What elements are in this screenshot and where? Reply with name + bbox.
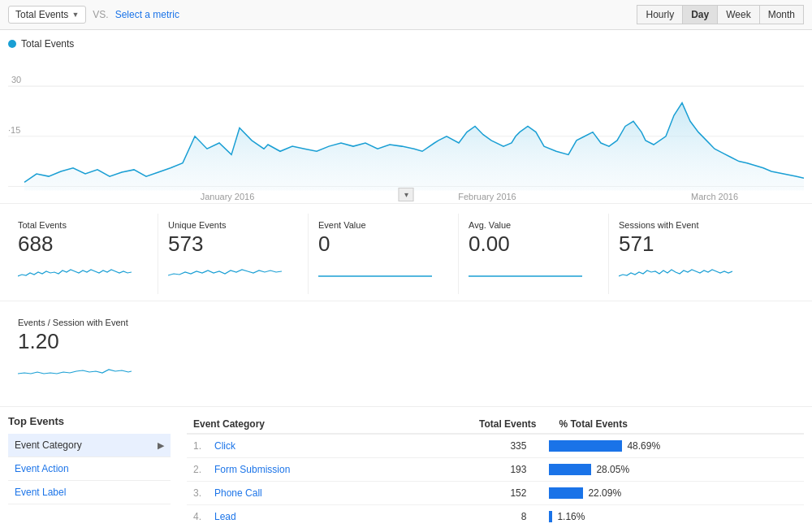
sidebar-item-event-action[interactable]: Event Action bbox=[8, 457, 171, 481]
metric-dropdown[interactable]: Total Events ▼ bbox=[8, 6, 86, 24]
toolbar: Total Events ▼ VS. Select a metric Hourl… bbox=[0, 0, 812, 30]
row-pct-text: 1.16% bbox=[557, 511, 585, 522]
metric-value-sessions-event: 571 bbox=[619, 232, 749, 257]
legend-label: Total Events bbox=[21, 38, 74, 50]
metric-value-avg-value: 0.00 bbox=[469, 232, 598, 257]
metric-value-events-per-session: 1.20 bbox=[18, 329, 149, 354]
chart-legend: Total Events bbox=[8, 38, 804, 50]
metric-value-event-value: 0 bbox=[318, 232, 448, 257]
legend-dot-icon bbox=[8, 40, 16, 48]
sidebar-item-label: Event Label bbox=[15, 487, 66, 498]
top-events-list: Event Category ▶ Event Action Event Labe… bbox=[8, 434, 171, 504]
metric-label-total-events: Total Events bbox=[18, 220, 148, 230]
metric-card-event-value: Event Value 0 bbox=[309, 214, 459, 294]
top-events-title: Top Events bbox=[8, 415, 171, 427]
metric-card-total-events: Total Events 688 bbox=[8, 214, 158, 294]
toolbar-left: Total Events ▼ VS. Select a metric bbox=[8, 6, 179, 24]
metric-label-sessions-event: Sessions with Event bbox=[619, 220, 749, 230]
select-metric-link[interactable]: Select a metric bbox=[115, 9, 179, 20]
metric-label-events-per-session: Events / Session with Event bbox=[18, 318, 149, 327]
metric-value-total-events: 688 bbox=[18, 232, 148, 257]
vs-text: VS. bbox=[93, 9, 108, 20]
row-rank: 3. bbox=[187, 482, 208, 505]
col-header-category: Event Category bbox=[187, 415, 395, 434]
table-row: 2.Form Submission19328.05% bbox=[187, 458, 804, 482]
metric-value-unique-events: 573 bbox=[168, 232, 298, 257]
sidebar-item-label: Event Action bbox=[15, 463, 69, 474]
sidebar-item-label: Event Category bbox=[15, 439, 82, 451]
col-header-pct: % Total Events bbox=[542, 415, 804, 434]
time-buttons: Hourly Day Week Month bbox=[637, 5, 804, 24]
svg-text:January 2016: January 2016 bbox=[201, 192, 255, 201]
table-row: 3.Phone Call15222.09% bbox=[187, 482, 804, 505]
metric-label: Total Events bbox=[15, 9, 68, 20]
row-total: 335 bbox=[395, 434, 542, 458]
events-data-table: Event Category Total Events % Total Even… bbox=[187, 415, 804, 528]
row-name-link[interactable]: Lead bbox=[214, 511, 236, 522]
chart-container: 30 ·15 January 2016 February 2016 March … bbox=[8, 53, 804, 203]
sparkline-total-events bbox=[18, 262, 148, 284]
row-pct-text: 22.09% bbox=[588, 487, 621, 499]
table-row: 1.Click33548.69% bbox=[187, 434, 804, 458]
btn-day[interactable]: Day bbox=[682, 5, 717, 24]
table-row: 4.Lead81.16% bbox=[187, 505, 804, 528]
sidebar-item-event-category[interactable]: Event Category ▶ bbox=[8, 434, 171, 457]
row-bar-pct: 1.16% bbox=[542, 505, 804, 528]
sparkline-sessions-event bbox=[619, 262, 749, 284]
row-total: 8 bbox=[395, 505, 542, 528]
row-bar-pct: 22.09% bbox=[542, 482, 804, 505]
btn-month[interactable]: Month bbox=[759, 5, 804, 24]
metric-card-sessions-event: Sessions with Event 571 bbox=[609, 214, 759, 294]
sparkline-unique-events bbox=[168, 262, 298, 284]
bottom-section: Top Events Event Category ▶ Event Action… bbox=[0, 407, 812, 528]
svg-text:30: 30 bbox=[11, 75, 21, 84]
dropdown-arrow-icon: ▼ bbox=[71, 11, 79, 19]
sparkline-events-per-session bbox=[18, 359, 149, 382]
row-name-link[interactable]: Click bbox=[214, 440, 235, 452]
events-table: Event Category Total Events % Total Even… bbox=[187, 415, 804, 528]
row-name: Form Submission bbox=[208, 458, 395, 482]
row-name: Click bbox=[208, 434, 395, 458]
row-name-link[interactable]: Form Submission bbox=[214, 464, 290, 475]
row-total: 152 bbox=[395, 482, 542, 505]
top-events-panel: Top Events Event Category ▶ Event Action… bbox=[8, 415, 171, 528]
metric-card-events-per-session: Events / Session with Event 1.20 bbox=[8, 311, 158, 392]
metric-label-avg-value: Avg. Value bbox=[469, 220, 598, 230]
svg-text:February 2016: February 2016 bbox=[458, 192, 516, 201]
svg-text:March 2016: March 2016 bbox=[691, 192, 738, 201]
row-pct-text: 48.69% bbox=[627, 440, 660, 452]
metrics-section-row2: Events / Session with Event 1.20 bbox=[0, 301, 812, 407]
metric-label-event-value: Event Value bbox=[318, 220, 448, 230]
chevron-right-icon: ▶ bbox=[158, 440, 164, 451]
chart-svg: 30 ·15 January 2016 February 2016 March … bbox=[8, 53, 804, 203]
svg-text:·15: ·15 bbox=[8, 125, 20, 135]
row-bar-pct: 48.69% bbox=[542, 434, 804, 458]
row-bar-pct: 28.05% bbox=[542, 458, 804, 482]
row-name: Phone Call bbox=[208, 482, 395, 505]
row-rank: 4. bbox=[187, 505, 208, 528]
row-rank: 2. bbox=[187, 458, 208, 482]
sidebar-item-event-label[interactable]: Event Label bbox=[8, 481, 171, 504]
metric-card-unique-events: Unique Events 573 bbox=[158, 214, 309, 294]
row-name-link[interactable]: Phone Call bbox=[214, 487, 262, 499]
sparkline-event-value bbox=[318, 262, 448, 284]
row-pct-text: 28.05% bbox=[596, 464, 629, 475]
row-total: 193 bbox=[395, 458, 542, 482]
chart-section: Total Events 30 ·15 January 2016 bbox=[0, 30, 812, 204]
metric-label-unique-events: Unique Events bbox=[168, 220, 298, 230]
metric-card-avg-value: Avg. Value 0.00 bbox=[459, 214, 609, 294]
row-rank: 1. bbox=[187, 434, 208, 458]
metrics-section: Total Events 688 Unique Events 573 Event… bbox=[0, 204, 812, 301]
btn-week[interactable]: Week bbox=[717, 5, 758, 24]
row-name: Lead bbox=[208, 505, 395, 528]
chart-scroll-btn[interactable]: ▾ bbox=[399, 188, 414, 201]
btn-hourly[interactable]: Hourly bbox=[637, 5, 682, 24]
sparkline-avg-value bbox=[469, 262, 598, 284]
col-header-total: Total Events bbox=[395, 415, 542, 434]
